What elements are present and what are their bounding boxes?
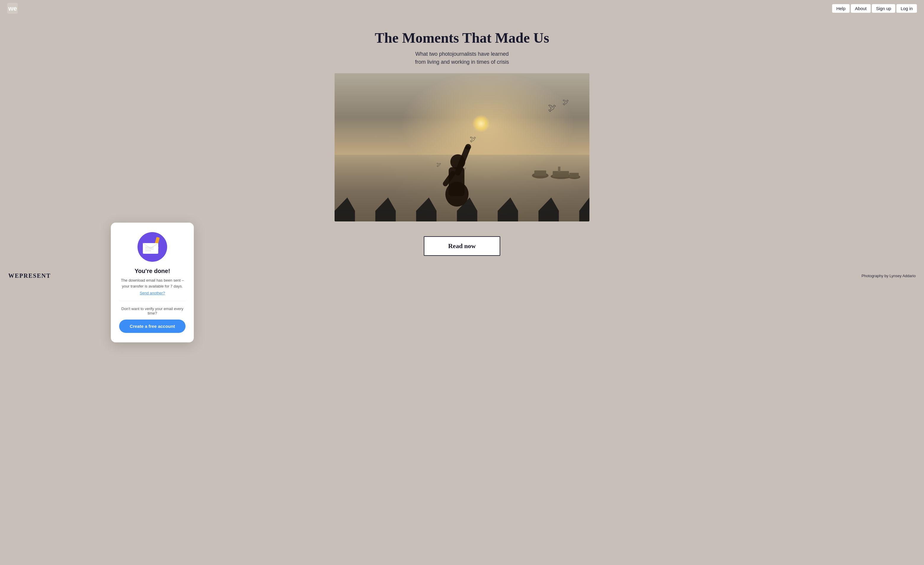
svg-rect-20 <box>558 167 560 172</box>
svg-rect-17 <box>534 170 546 176</box>
article-section: The Moments That Made Us What two photoj… <box>328 21 596 227</box>
person-silhouette <box>433 123 481 207</box>
svg-point-14 <box>465 144 471 150</box>
article-image: 🕊 🕊 🕊 🕊 🕊 <box>334 73 590 221</box>
logo-area: we <box>7 3 18 14</box>
send-another-link[interactable]: Send another? <box>140 291 165 295</box>
article-title: The Moments That Made Us <box>375 30 549 46</box>
svg-rect-19 <box>553 171 569 177</box>
article-subtitle: What two photojournalists have learned f… <box>415 50 509 66</box>
nav-signup[interactable]: Sign up <box>872 4 895 13</box>
header: we Help About Sign up Log in <box>0 0 924 17</box>
wetransfer-logo: we <box>7 3 18 14</box>
modal-illustration <box>141 237 164 257</box>
nav-links: Help About Sign up Log in <box>832 4 917 13</box>
create-account-button[interactable]: Create a free account <box>119 320 186 333</box>
modal-icon <box>138 232 167 262</box>
modal-cta-text: Don't want to verify your email every ti… <box>119 307 186 316</box>
modal-title: You're done! <box>119 267 186 275</box>
footer-brand: WEPRESENT <box>8 272 51 279</box>
modal-card: You're done! The download email has been… <box>111 222 194 343</box>
footer-photo-credit: Photography by Lynsey Addario <box>861 273 916 278</box>
nav-help[interactable]: Help <box>832 4 850 13</box>
nav-login[interactable]: Log in <box>897 4 917 13</box>
bird-1: 🕊 <box>548 103 556 113</box>
nav-about[interactable]: About <box>851 4 871 13</box>
svg-rect-22 <box>569 173 579 177</box>
read-now-container: Read now <box>424 236 500 256</box>
modal-divider <box>119 301 186 301</box>
modal-body-text: The download email has been sent – your … <box>119 278 186 289</box>
boats-area <box>531 162 582 180</box>
svg-text:we: we <box>8 5 17 12</box>
read-now-button[interactable]: Read now <box>424 236 500 256</box>
bird-2: 🕊 <box>562 98 569 106</box>
